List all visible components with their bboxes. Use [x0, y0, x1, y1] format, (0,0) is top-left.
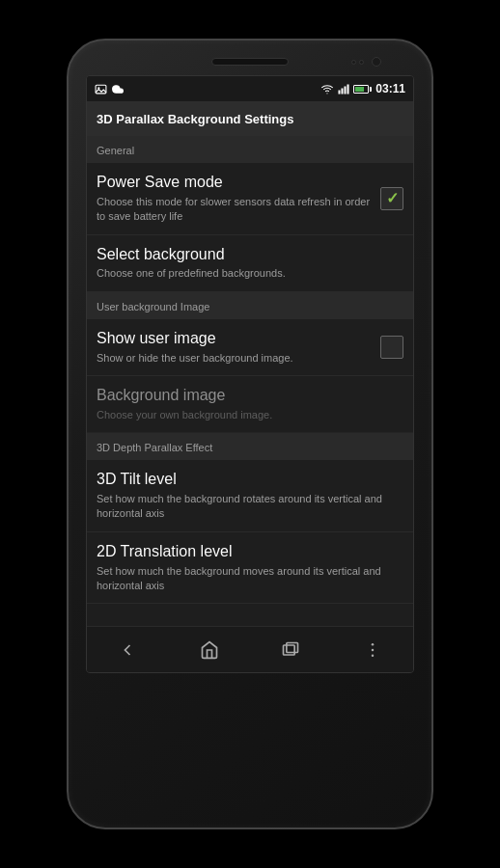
setting-item-background-image: Background image Choose your own backgro… — [87, 376, 413, 433]
section-header-3d-depth: 3D Depth Parallax Effect — [87, 433, 413, 460]
status-time: 03:11 — [375, 82, 405, 95]
svg-rect-0 — [96, 85, 106, 94]
phone-device: 03:11 3D Parallax Background Settings Ge… — [67, 39, 433, 829]
wifi-icon — [320, 83, 334, 95]
sensor-dots — [351, 60, 364, 65]
setting-item-3d-tilt[interactable]: 3D Tilt level Set how much the backgroun… — [87, 460, 413, 532]
checkbox-show-user-img[interactable] — [380, 336, 403, 359]
section-header-user-bg: User background Image — [87, 292, 413, 319]
section-header-user-bg-label: User background Image — [97, 301, 209, 312]
status-bar: 03:11 — [87, 76, 413, 101]
picture-icon — [95, 83, 107, 95]
home-button[interactable] — [190, 631, 229, 669]
signal-icon — [338, 83, 349, 95]
section-header-general: General — [87, 136, 413, 163]
svg-point-9 — [372, 642, 375, 645]
svg-rect-5 — [345, 86, 347, 94]
setting-item-2d-translation[interactable]: 2D Translation level Set how much the ba… — [87, 532, 413, 605]
cloud-icon — [111, 83, 125, 95]
svg-point-10 — [372, 648, 375, 651]
checkmark-power-save: ✓ — [386, 189, 399, 207]
setting-text-power-save: Power Save mode Choose this mode for slo… — [97, 173, 380, 225]
sensor-dot-2 — [359, 60, 364, 65]
battery-icon — [353, 85, 372, 94]
svg-point-11 — [372, 654, 375, 657]
svg-point-2 — [327, 93, 328, 94]
setting-text-2d-translation: 2D Translation level Set how much the ba… — [97, 542, 403, 594]
section-header-3d-depth-label: 3D Depth Parallax Effect — [97, 442, 212, 453]
svg-rect-3 — [339, 90, 341, 94]
setting-text-bg-image: Background image Choose your own backgro… — [97, 386, 403, 422]
setting-text-show-user-img: Show user image Show or hide the user ba… — [97, 329, 380, 366]
setting-title-power-save: Power Save mode — [97, 173, 373, 193]
status-left-icons — [95, 83, 125, 95]
setting-title-select-bg: Select background — [97, 245, 396, 265]
checkbox-power-save[interactable]: ✓ — [380, 187, 403, 210]
setting-subtitle-3d-tilt: Set how much the background rotates arou… — [97, 492, 396, 522]
setting-item-show-user-image[interactable]: Show user image Show or hide the user ba… — [87, 319, 413, 376]
svg-rect-4 — [342, 88, 344, 94]
section-header-general-label: General — [97, 145, 134, 156]
setting-item-select-background[interactable]: Select background Choose one of predefin… — [87, 235, 413, 292]
app-bar-title: 3D Parallax Background Settings — [97, 112, 293, 126]
setting-title-2d-translation: 2D Translation level — [97, 542, 396, 562]
setting-title-3d-tilt: 3D Tilt level — [97, 470, 396, 490]
setting-text-3d-tilt: 3D Tilt level Set how much the backgroun… — [97, 470, 403, 522]
status-right-icons: 03:11 — [320, 82, 405, 95]
phone-top-bar — [80, 58, 420, 66]
setting-title-bg-image: Background image — [97, 386, 396, 406]
setting-title-show-user-img: Show user image — [97, 329, 373, 349]
settings-content[interactable]: General Power Save mode Choose this mode… — [87, 136, 413, 626]
bottom-nav — [87, 626, 413, 672]
setting-subtitle-power-save: Choose this mode for slower sensors data… — [97, 195, 373, 225]
setting-text-select-bg: Select background Choose one of predefin… — [97, 245, 403, 282]
setting-subtitle-2d-translation: Set how much the background moves around… — [97, 564, 396, 594]
svg-rect-7 — [284, 645, 295, 655]
recents-button[interactable] — [271, 631, 310, 669]
screen: 03:11 3D Parallax Background Settings Ge… — [86, 75, 414, 673]
camera-dot — [372, 57, 381, 67]
setting-item-power-save-mode[interactable]: Power Save mode Choose this mode for slo… — [87, 163, 413, 235]
more-button[interactable] — [353, 631, 392, 669]
app-bar: 3D Parallax Background Settings — [87, 101, 413, 136]
setting-subtitle-bg-image: Choose your own background image. — [97, 408, 396, 422]
speaker-grille — [211, 58, 289, 66]
svg-rect-6 — [347, 84, 349, 94]
back-button[interactable] — [108, 631, 147, 669]
setting-subtitle-select-bg: Choose one of predefined backgrounds. — [97, 266, 396, 281]
svg-rect-8 — [287, 642, 298, 652]
sensor-dot-1 — [351, 60, 356, 65]
setting-subtitle-show-user-img: Show or hide the user background image. — [97, 351, 373, 366]
